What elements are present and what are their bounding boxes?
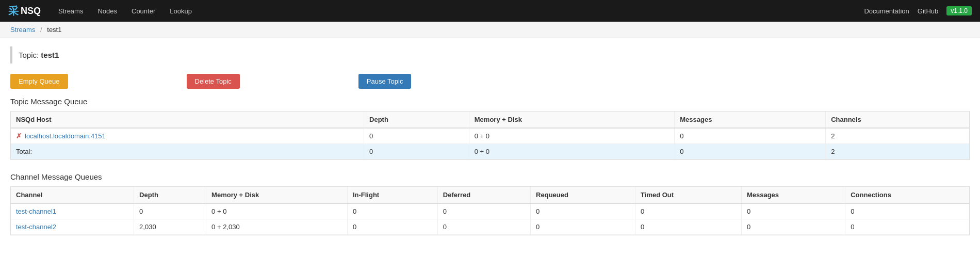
docs-link[interactable]: Documentation — [864, 7, 909, 15]
github-link[interactable]: GitHub — [918, 7, 938, 15]
total-memory-disk: 0 + 0 — [469, 144, 674, 160]
th-timed-out: Timed Out — [635, 187, 742, 203]
th-requeued: Requeued — [531, 187, 635, 203]
messages-cell: 0 — [675, 128, 826, 144]
th-depth: Depth — [364, 111, 469, 128]
channel-table-header-row: Channel Depth Memory + Disk In-Flight De… — [11, 187, 969, 203]
channel-queues-title: Channel Message Queues — [10, 172, 970, 181]
host-link[interactable]: localhost.localdomain:4151 — [25, 132, 106, 140]
channels-cell: 2 — [826, 128, 969, 144]
ch-in-flight-cell: 0 — [347, 203, 437, 219]
pause-topic-button[interactable]: Pause Topic — [358, 74, 412, 89]
breadcrumb-separator: / — [40, 26, 42, 34]
nav-counter[interactable]: Counter — [124, 0, 162, 22]
topic-queue-title: Topic Message Queue — [10, 97, 970, 106]
version-badge: v1.1.0 — [946, 6, 972, 15]
ch-memory-disk-cell: 0 + 0 — [206, 203, 348, 219]
ch-deferred-cell: 0 — [437, 203, 530, 219]
th-ch-messages: Messages — [741, 187, 845, 203]
channel-link-2[interactable]: test-channel2 — [16, 223, 56, 231]
main-content: Topic: test1 Empty Queue Delete Topic Pa… — [0, 38, 980, 256]
th-ch-depth: Depth — [134, 187, 206, 203]
logo-icon: 采 — [8, 4, 19, 18]
delete-topic-button[interactable]: Delete Topic — [187, 74, 240, 89]
navbar: 采 NSQ Streams Nodes Counter Lookup Docum… — [0, 0, 980, 22]
topic-queue-table: NSQd Host Depth Memory + Disk Messages C… — [11, 111, 969, 160]
navbar-right: Documentation GitHub v1.1.0 — [864, 6, 972, 15]
ch-depth-cell: 0 — [134, 203, 206, 219]
memory-disk-cell: 0 + 0 — [469, 128, 674, 144]
ch-in-flight-cell: 0 — [347, 219, 437, 235]
empty-queue-button[interactable]: Empty Queue — [10, 74, 68, 89]
topic-queue-table-container: NSQd Host Depth Memory + Disk Messages C… — [10, 111, 970, 160]
brand-name: NSQ — [21, 6, 41, 17]
table-row: test-channel1 0 0 + 0 0 0 0 0 0 0 — [11, 203, 969, 219]
channel-queues-table-container: Channel Depth Memory + Disk In-Flight De… — [10, 186, 970, 235]
total-depth: 0 — [364, 144, 469, 160]
ch-depth-cell: 2,030 — [134, 219, 206, 235]
total-channels: 2 — [826, 144, 969, 160]
channel-name-cell: test-channel2 — [11, 219, 134, 235]
nav-streams[interactable]: Streams — [51, 0, 90, 22]
th-channels: Channels — [826, 111, 969, 128]
ch-requeued-cell: 0 — [531, 203, 635, 219]
host-cell: ✗ localhost.localdomain:4151 — [11, 128, 364, 144]
brand-logo[interactable]: 采 NSQ — [8, 4, 41, 18]
th-in-flight: In-Flight — [347, 187, 437, 203]
total-messages: 0 — [675, 144, 826, 160]
nav-lookup[interactable]: Lookup — [162, 0, 199, 22]
action-buttons: Empty Queue Delete Topic Pause Topic — [10, 74, 970, 89]
ch-deferred-cell: 0 — [437, 219, 530, 235]
ch-timed-out-cell: 0 — [635, 203, 742, 219]
th-nsqd-host: NSQd Host — [11, 111, 364, 128]
nav-links: Streams Nodes Counter Lookup — [51, 0, 864, 22]
th-memory-disk: Memory + Disk — [469, 111, 674, 128]
depth-cell: 0 — [364, 128, 469, 144]
total-label: Total: — [11, 144, 364, 160]
nav-nodes[interactable]: Nodes — [90, 0, 124, 22]
channel-name-cell: test-channel1 — [11, 203, 134, 219]
table-row: ✗ localhost.localdomain:4151 0 0 + 0 0 2 — [11, 128, 969, 144]
ch-connections-cell: 0 — [845, 203, 969, 219]
error-icon: ✗ — [16, 132, 22, 140]
breadcrumb: Streams / test1 — [0, 22, 980, 38]
topic-table-header-row: NSQd Host Depth Memory + Disk Messages C… — [11, 111, 969, 128]
breadcrumb-current: test1 — [47, 26, 61, 34]
table-row: test-channel2 2,030 0 + 2,030 0 0 0 0 0 … — [11, 219, 969, 235]
channel-link-1[interactable]: test-channel1 — [16, 208, 56, 215]
topic-label: Topic: — [19, 51, 39, 59]
ch-connections-cell: 0 — [845, 219, 969, 235]
ch-messages-cell: 0 — [741, 219, 845, 235]
ch-requeued-cell: 0 — [531, 219, 635, 235]
th-connections: Connections — [845, 187, 969, 203]
topic-name: test1 — [41, 51, 59, 59]
ch-memory-disk-cell: 0 + 2,030 — [206, 219, 348, 235]
breadcrumb-parent[interactable]: Streams — [10, 26, 35, 34]
th-ch-memory-disk: Memory + Disk — [206, 187, 348, 203]
th-messages: Messages — [675, 111, 826, 128]
th-channel: Channel — [11, 187, 134, 203]
ch-messages-cell: 0 — [741, 203, 845, 219]
total-row: Total: 0 0 + 0 0 2 — [11, 144, 969, 160]
th-deferred: Deferred — [437, 187, 530, 203]
topic-header: Topic: test1 — [10, 46, 970, 63]
channel-queues-table: Channel Depth Memory + Disk In-Flight De… — [11, 187, 969, 235]
ch-timed-out-cell: 0 — [635, 219, 742, 235]
